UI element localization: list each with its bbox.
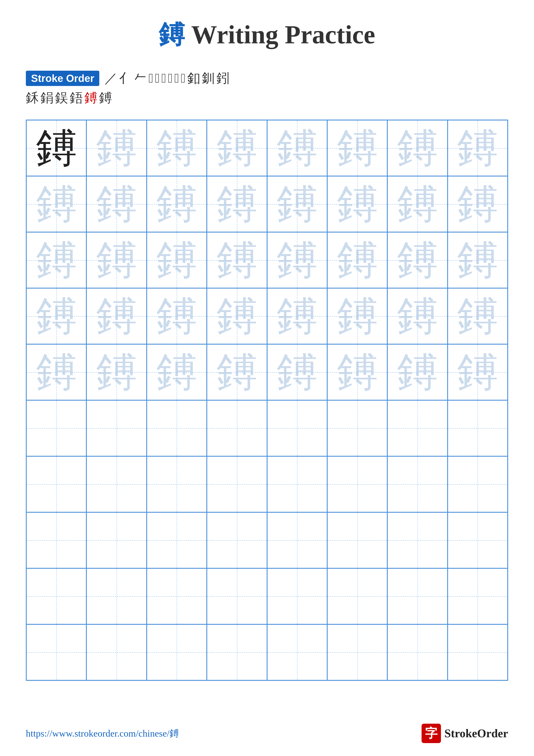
grid-cell-r2-c2: 鎛 xyxy=(87,176,146,232)
grid-cell-r8-c6[interactable] xyxy=(327,512,387,568)
grid-cell-r3-c2: 鎛 xyxy=(87,232,146,288)
grid-cell-r5-c7: 鎛 xyxy=(387,344,447,400)
grid-cell-r1-c5: 鎛 xyxy=(267,120,327,176)
stroke-18: 鎛 xyxy=(99,89,112,107)
footer-url[interactable]: https://www.strokeorder.com/chinese/鎛 xyxy=(26,727,179,740)
grid-cell-r1-c8: 鎛 xyxy=(447,120,508,176)
stroke-11: 釧 xyxy=(202,69,215,87)
grid-cell-r1-c7: 鎛 xyxy=(387,120,447,176)
grid-cell-r3-c7: 鎛 xyxy=(387,232,447,288)
grid-cell-r6-c2[interactable] xyxy=(87,400,146,456)
stroke-10: 釦 xyxy=(187,69,200,87)
grid-cell-r4-c5: 鎛 xyxy=(267,288,327,344)
stroke-15: 鋘 xyxy=(55,89,68,107)
grid-cell-r2-c4: 鎛 xyxy=(207,176,267,232)
grid-cell-r6-c8[interactable] xyxy=(447,400,508,456)
grid-cell-r10-c1[interactable] xyxy=(26,624,87,680)
grid-cell-r3-c4: 鎛 xyxy=(207,232,267,288)
grid-cell-r8-c3[interactable] xyxy=(147,512,207,568)
grid-cell-r2-c8: 鎛 xyxy=(447,176,508,232)
stroke-13: 鉌 xyxy=(26,89,39,107)
grid-cell-r2-c6: 鎛 xyxy=(327,176,387,232)
grid-cell-r4-c1: 鎛 xyxy=(26,288,87,344)
grid-cell-r10-c4[interactable] xyxy=(207,624,267,680)
grid-cell-r2-c7: 鎛 xyxy=(387,176,447,232)
grid-cell-r10-c6[interactable] xyxy=(327,624,387,680)
grid-cell-r5-c6: 鎛 xyxy=(327,344,387,400)
grid-cell-r10-c8[interactable] xyxy=(447,624,508,680)
grid-cell-r9-c8[interactable] xyxy=(447,568,508,624)
stroke-8: 𠕄 xyxy=(174,71,179,86)
grid-cell-r7-c6[interactable] xyxy=(327,456,387,512)
grid-cell-r4-c3: 鎛 xyxy=(147,288,207,344)
grid-cell-r7-c2[interactable] xyxy=(87,456,146,512)
grid-cell-r9-c7[interactable] xyxy=(387,568,447,624)
grid-cell-r7-c4[interactable] xyxy=(207,456,267,512)
grid-cell-r6-c5[interactable] xyxy=(267,400,327,456)
grid-cell-r1-c6: 鎛 xyxy=(327,120,387,176)
stroke-4: 𠁼 xyxy=(148,71,153,86)
grid-cell-r10-c2[interactable] xyxy=(87,624,146,680)
grid-cell-r10-c7[interactable] xyxy=(387,624,447,680)
grid-cell-r3-c3: 鎛 xyxy=(147,232,207,288)
footer-logo: 字 StrokeOrder xyxy=(421,724,508,743)
practice-char-light: 鎛 xyxy=(397,127,438,169)
grid-cell-r9-c5[interactable] xyxy=(267,568,327,624)
grid-cell-r5-c2: 鎛 xyxy=(87,344,146,400)
grid-cell-r8-c5[interactable] xyxy=(267,512,327,568)
grid-cell-r2-c3: 鎛 xyxy=(147,176,207,232)
stroke-1: ／ xyxy=(105,69,117,87)
page-title: 鎛 Writing Practice xyxy=(26,17,508,52)
grid-cell-r7-c1[interactable] xyxy=(26,456,87,512)
stroke-3: 𠂉 xyxy=(134,71,147,86)
stroke-7: 𠕃 xyxy=(168,71,172,86)
grid-cell-r2-c5: 鎛 xyxy=(267,176,327,232)
grid-cell-r9-c3[interactable] xyxy=(147,568,207,624)
grid-cell-r5-c4: 鎛 xyxy=(207,344,267,400)
grid-cell-r3-c5: 鎛 xyxy=(267,232,327,288)
stroke-9: 𠕅 xyxy=(181,71,186,86)
practice-char-light: 鎛 xyxy=(216,127,257,169)
stroke-order-row-1: Stroke Order ／ 亻 𠂉 𠁼 𠕁 𠕂 𠕃 𠕄 𠕅 釦 釧 鈏 xyxy=(26,69,508,87)
grid-cell-r4-c4: 鎛 xyxy=(207,288,267,344)
grid-cell-r8-c2[interactable] xyxy=(87,512,146,568)
grid-cell-r8-c4[interactable] xyxy=(207,512,267,568)
practice-char-light: 鎛 xyxy=(96,127,137,169)
grid-cell-r9-c6[interactable] xyxy=(327,568,387,624)
practice-grid: 鎛 鎛 鎛 鎛 鎛 鎛 鎛 鎛 鎛 鎛 鎛 鎛 鎛 鎛 鎛 鎛 xyxy=(26,120,508,681)
stroke-16: 鋙 xyxy=(70,89,83,107)
title-text: Writing Practice xyxy=(191,20,375,49)
grid-cell-r9-c4[interactable] xyxy=(207,568,267,624)
grid-cell-r10-c5[interactable] xyxy=(267,624,327,680)
grid-cell-r7-c3[interactable] xyxy=(147,456,207,512)
logo-text: StrokeOrder xyxy=(445,727,508,740)
grid-cell-r1-c2: 鎛 xyxy=(87,120,146,176)
grid-cell-r6-c3[interactable] xyxy=(147,400,207,456)
logo-icon: 字 xyxy=(421,724,441,743)
grid-cell-r7-c8[interactable] xyxy=(447,456,508,512)
grid-cell-r6-c7[interactable] xyxy=(387,400,447,456)
grid-cell-r6-c4[interactable] xyxy=(207,400,267,456)
grid-cell-r6-c6[interactable] xyxy=(327,400,387,456)
stroke-17: 鎛 xyxy=(85,89,97,107)
grid-cell-r8-c1[interactable] xyxy=(26,512,87,568)
practice-char-light: 鎛 xyxy=(337,127,378,169)
grid-cell-r10-c3[interactable] xyxy=(147,624,207,680)
stroke-order-badge: Stroke Order xyxy=(26,71,99,86)
grid-cell-r9-c1[interactable] xyxy=(26,568,87,624)
grid-cell-r4-c6: 鎛 xyxy=(327,288,387,344)
title-char: 鎛 xyxy=(159,20,185,49)
grid-cell-r6-c1[interactable] xyxy=(26,400,87,456)
grid-cell-r8-c7[interactable] xyxy=(387,512,447,568)
grid-cell-r5-c5: 鎛 xyxy=(267,344,327,400)
grid-cell-r9-c2[interactable] xyxy=(87,568,146,624)
grid-cell-r7-c7[interactable] xyxy=(387,456,447,512)
grid-cell-r8-c8[interactable] xyxy=(447,512,508,568)
grid-cell-r7-c5[interactable] xyxy=(267,456,327,512)
grid-cell-r3-c1: 鎛 xyxy=(26,232,87,288)
practice-char-dark: 鎛 xyxy=(36,127,77,169)
stroke-5: 𠕁 xyxy=(155,71,160,86)
grid-cell-r5-c3: 鎛 xyxy=(147,344,207,400)
stroke-order-section: Stroke Order ／ 亻 𠂉 𠁼 𠕁 𠕂 𠕃 𠕄 𠕅 釦 釧 鈏 鉌 鋗… xyxy=(26,69,508,107)
practice-char-light: 鎛 xyxy=(156,127,197,169)
